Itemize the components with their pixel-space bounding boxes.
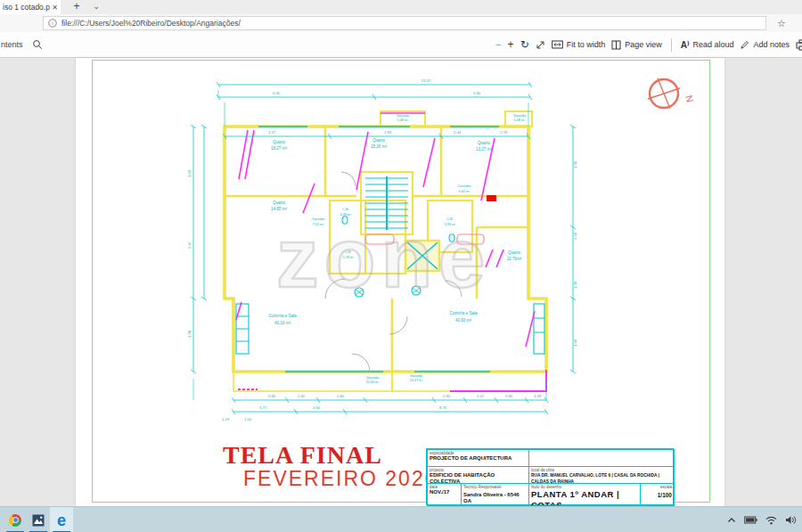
- svg-text:Cozinha e Sala: Cozinha e Sala: [268, 314, 297, 318]
- svg-text:4.17: 4.17: [268, 130, 276, 135]
- svg-text:Quarto: Quarto: [478, 141, 490, 145]
- fit-to-width-button[interactable]: Fit to width: [552, 40, 606, 49]
- svg-text:Varanda: Varanda: [366, 376, 380, 380]
- url-input[interactable]: i file:///C:/Users/Joel%20Ribeiro/Deskto…: [43, 16, 766, 30]
- taskbar-photos-button[interactable]: [27, 507, 50, 532]
- stamp-tela-final: TELA FINAL: [223, 441, 382, 470]
- svg-text:i: i: [52, 20, 53, 26]
- svg-text:40.16 m²: 40.16 m²: [274, 321, 291, 325]
- title-block-especialidade: especialidade PROJECTO DE ARQUITECTURA: [427, 449, 529, 467]
- title-block-escala: escala 1/100: [640, 483, 675, 506]
- svg-text:Varanda: Varanda: [397, 114, 410, 118]
- wifi-icon[interactable]: [765, 516, 777, 525]
- svg-text:Quarto: Quarto: [372, 138, 385, 143]
- svg-text:4.33 m²: 4.33 m²: [340, 213, 353, 217]
- favorite-star-icon[interactable]: ☆: [772, 16, 791, 30]
- title-block-empty-cell: [528, 449, 675, 467]
- tray-chevron-icon[interactable]: [727, 517, 736, 524]
- svg-text:Quarto: Quarto: [508, 250, 520, 255]
- svg-text:N: N: [683, 94, 694, 103]
- svg-text:40.93 m²: 40.93 m²: [455, 318, 472, 323]
- svg-text:2.41: 2.41: [298, 394, 306, 398]
- door-arcs: [325, 172, 462, 372]
- taskbar-edge-button[interactable]: e: [50, 507, 73, 532]
- svg-text:15.66 m²: 15.66 m²: [366, 381, 381, 384]
- zoom-in-button[interactable]: +: [508, 38, 514, 51]
- toolbar-divider: [671, 38, 672, 52]
- tab-close-icon[interactable]: ✕: [52, 4, 58, 12]
- svg-text:5.90: 5.90: [505, 394, 513, 398]
- tab-menu-chevron-icon[interactable]: ⌄: [89, 0, 103, 14]
- svg-text:2.04: 2.04: [454, 130, 462, 135]
- page-view-button[interactable]: Page view: [611, 40, 662, 50]
- search-icon[interactable]: [32, 39, 43, 50]
- pdf-page: N zone: [76, 58, 724, 506]
- page-view-icon: [611, 40, 621, 50]
- title-block-tecnico: Tecnico Responsavel Sandra Oliveira - 65…: [461, 483, 529, 506]
- svg-text:Quarto: Quarto: [273, 140, 285, 144]
- rotate-button[interactable]: ↻: [520, 38, 529, 51]
- svg-text:2.67: 2.67: [187, 241, 192, 249]
- title-block-data: data NOV./17: [427, 483, 462, 506]
- print-icon[interactable]: [796, 39, 802, 51]
- pdf-toolbar: ntents − + ↻ Fit to width Page view: [0, 32, 802, 58]
- svg-text:6.02 m²: 6.02 m²: [459, 190, 471, 193]
- svg-text:2.90: 2.90: [443, 394, 451, 398]
- edge-icon: e: [57, 512, 66, 528]
- svg-text:5.08 m²: 5.08 m²: [397, 119, 410, 122]
- svg-text:3.93 m²: 3.93 m²: [445, 223, 457, 226]
- elevator-icon: [405, 241, 439, 271]
- svg-text:7.52 m²: 7.52 m²: [313, 223, 325, 226]
- read-aloud-button[interactable]: A⁾ Read aloud: [681, 40, 734, 50]
- windows-taskbar: e: [0, 506, 802, 532]
- svg-text:1.35: 1.35: [573, 160, 577, 168]
- svg-text:1.29: 1.29: [534, 394, 542, 398]
- svg-text:Varanda: Varanda: [513, 114, 527, 118]
- system-tray: [727, 507, 797, 532]
- stamp-date: FEVEREIRO 2020: [243, 467, 438, 491]
- svg-text:13.27 m²: 13.27 m²: [476, 147, 493, 151]
- taskbar-chrome-button[interactable]: [4, 507, 27, 532]
- volume-icon[interactable]: [785, 515, 797, 525]
- walls-layer: [225, 111, 546, 391]
- stairs-icon: [365, 176, 408, 230]
- svg-text:13.37 m²: 13.37 m²: [410, 379, 424, 382]
- browser-tab[interactable]: iso 1 cotado.pc ✕: [0, 0, 61, 14]
- svg-text:1.23: 1.23: [222, 417, 230, 422]
- svg-text:15.26 m²: 15.26 m²: [371, 144, 388, 149]
- svg-text:4.50: 4.50: [313, 405, 321, 410]
- title-block-titulo: titulo do desenho PLANTA 1º ANDAR | COTA…: [528, 483, 641, 506]
- svg-text:1.00: 1.00: [573, 281, 577, 289]
- svg-text:6.30: 6.30: [273, 91, 281, 95]
- title-block-projecto: projecto EDIFICIO DE HABITAÇÃO COLECTIVA: [427, 466, 529, 484]
- svg-text:1.60: 1.60: [573, 339, 577, 347]
- add-notes-button[interactable]: Add notes: [740, 40, 790, 50]
- photos-icon: [32, 514, 45, 527]
- battery-icon[interactable]: [744, 516, 757, 524]
- svg-text:1.00: 1.00: [244, 417, 252, 422]
- svg-text:Cozinha e Sala: Cozinha e Sala: [449, 311, 478, 315]
- contents-label[interactable]: ntents: [1, 40, 23, 49]
- red-marker: [487, 195, 496, 201]
- tab-bar: iso 1 cotado.pc ✕ + ⌄: [0, 0, 802, 14]
- read-aloud-icon: A⁾: [681, 40, 690, 50]
- svg-text:1.07: 1.07: [477, 394, 485, 398]
- svg-text:Varanda: Varanda: [410, 374, 423, 378]
- pdf-viewport[interactable]: N zone: [0, 58, 802, 506]
- svg-text:5.18 m²: 5.18 m²: [343, 256, 356, 259]
- svg-text:16.27 m²: 16.27 m²: [271, 146, 288, 151]
- svg-text:5.71: 5.71: [259, 405, 267, 410]
- svg-text:Corredor: Corredor: [458, 184, 472, 188]
- svg-text:2.80: 2.80: [337, 394, 345, 398]
- pen-icon: [740, 40, 749, 50]
- zoom-out-button[interactable]: −: [495, 38, 502, 51]
- svg-text:C.B.: C.B.: [446, 217, 453, 221]
- north-compass-icon: N: [646, 74, 694, 115]
- floor-plan-svg: Quarto16.27 m²Quarto15.26 m²Quarto13.27 …: [183, 76, 584, 428]
- svg-text:1.08: 1.08: [187, 330, 192, 338]
- fullscreen-icon[interactable]: [536, 40, 545, 50]
- floor-plan: Quarto16.27 m²Quarto15.26 m²Quarto13.27 …: [183, 76, 584, 428]
- info-icon[interactable]: i: [48, 19, 57, 28]
- title-block-local: local da obra RUA DR. MANUEL CARVALHO, L…: [528, 466, 675, 484]
- new-tab-button[interactable]: +: [68, 0, 86, 14]
